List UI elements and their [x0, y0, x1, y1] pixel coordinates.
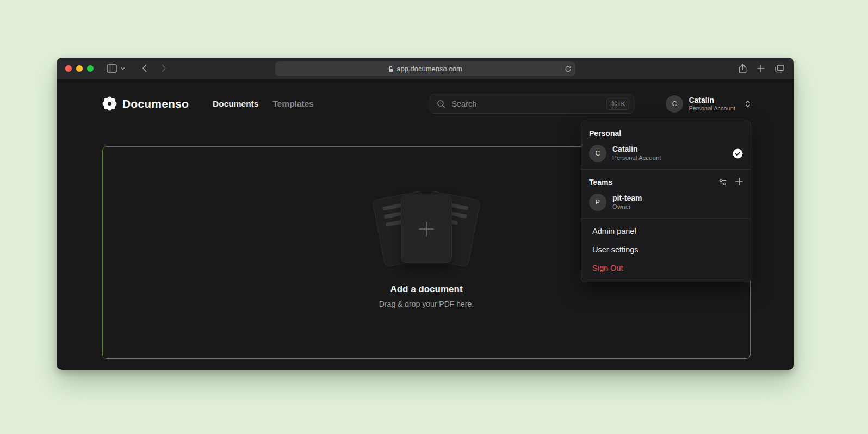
team-name: pit-team: [612, 194, 642, 203]
documenso-app-page: Documenso Documents Templates ⌘+K C Cata…: [57, 79, 794, 369]
team-avatar: P: [589, 194, 606, 211]
selected-check-icon: [733, 148, 743, 159]
plus-icon: [417, 220, 436, 238]
personal-type: Personal Account: [612, 154, 661, 162]
nav-templates[interactable]: Templates: [272, 99, 314, 109]
sidebar-icon: [107, 64, 117, 73]
tab-overview-button[interactable]: [772, 61, 786, 76]
address-bar[interactable]: app.documenso.com: [275, 61, 575, 76]
dropzone-subtitle: Drag & drop your PDF here.: [379, 300, 474, 308]
sidebar-options-button[interactable]: [119, 61, 127, 76]
personal-name: Catalin: [612, 145, 661, 154]
menu-personal-label: Personal: [581, 125, 751, 141]
reload-button[interactable]: [565, 65, 572, 72]
menu-item-admin-panel[interactable]: Admin panel: [581, 222, 751, 240]
browser-window: app.documenso.com: [57, 58, 794, 370]
lock-icon: [388, 66, 393, 72]
menu-teams-header: Teams: [581, 173, 751, 190]
app-header: Documenso Documents Templates ⌘+K C Cata…: [57, 79, 794, 114]
share-icon: [739, 64, 747, 73]
menu-item-user-settings[interactable]: User settings: [581, 240, 751, 259]
titlebar-right-buttons: [735, 58, 786, 79]
chevron-right-icon: [162, 64, 166, 72]
search-shortcut-badge: ⌘+K: [606, 98, 629, 110]
tabs-icon: [775, 65, 784, 73]
chevron-down-icon: [121, 67, 125, 70]
account-name: Catalin: [689, 96, 735, 104]
menu-item-sign-out[interactable]: Sign Out: [581, 259, 751, 277]
forward-button[interactable]: [157, 61, 171, 76]
brand[interactable]: Documenso: [102, 96, 189, 111]
back-button[interactable]: [137, 61, 151, 76]
menu-teams-label: Teams: [589, 178, 612, 187]
sliders-icon: [718, 178, 727, 187]
chevron-left-icon: [142, 64, 147, 72]
new-tab-button[interactable]: [754, 61, 768, 76]
account-avatar: C: [666, 95, 683, 113]
document-card-center: [401, 195, 452, 263]
chevrons-up-down-icon: [745, 100, 751, 108]
nav-documents[interactable]: Documents: [213, 99, 258, 109]
menu-team-item[interactable]: P pit-team Owner: [581, 190, 751, 215]
search-box[interactable]: ⌘+K: [430, 94, 634, 114]
plus-icon: [735, 178, 743, 185]
plus-icon: [757, 65, 765, 72]
sidebar-toggle-button[interactable]: [104, 61, 119, 76]
menu-divider: [581, 169, 751, 170]
brand-name: Documenso: [122, 97, 189, 110]
close-window-button[interactable]: [65, 65, 72, 72]
zoom-window-button[interactable]: [87, 65, 94, 72]
main-nav: Documents Templates: [213, 99, 314, 109]
search-input[interactable]: [450, 99, 602, 109]
create-team-button[interactable]: [735, 178, 743, 187]
menu-personal-account-item[interactable]: C Catalin Personal Account: [581, 141, 751, 166]
manage-teams-button[interactable]: [718, 178, 727, 187]
browser-titlebar: app.documenso.com: [57, 58, 794, 79]
traffic-lights: [65, 65, 94, 72]
url-text: app.documenso.com: [396, 65, 462, 73]
search-icon: [437, 100, 445, 108]
minimize-window-button[interactable]: [76, 65, 83, 72]
team-role: Owner: [612, 203, 642, 211]
account-type: Personal Account: [689, 105, 735, 112]
documenso-logo-icon: [102, 96, 117, 111]
account-dropdown-menu: Personal C Catalin Personal Account Team…: [581, 121, 751, 282]
dropzone-title: Add a document: [390, 284, 462, 295]
document-cards-illustration: [364, 189, 489, 271]
reload-icon: [565, 65, 572, 72]
personal-avatar: C: [589, 145, 606, 162]
share-button[interactable]: [735, 61, 749, 76]
account-menu-button[interactable]: C Catalin Personal Account: [666, 95, 751, 113]
menu-divider: [581, 218, 751, 219]
